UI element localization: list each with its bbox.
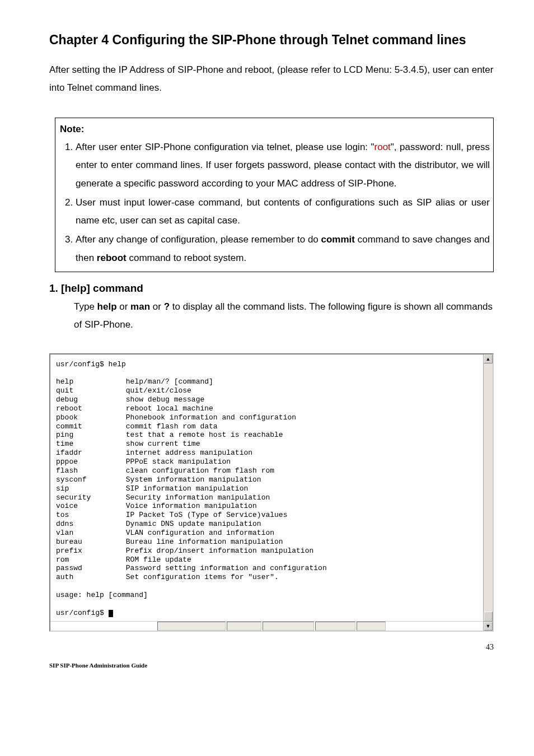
page-number: 43 [49, 643, 494, 652]
footer-text: SIP SIP-Phone Administration Guide [49, 662, 494, 669]
terminal-output: usr/config$ help help help/man/? [comman… [50, 354, 493, 621]
section-title: 1. [help] command [49, 282, 494, 295]
status-cell [357, 622, 386, 631]
note-item: User must input lower-case command, but … [76, 194, 491, 230]
scroll-thumb[interactable] [484, 612, 493, 622]
note-list: After user enter SIP-Phone configuration… [55, 138, 493, 272]
intro-paragraph: After setting the IP Address of SIP-Phon… [49, 61, 494, 97]
terminal-scrollbar[interactable]: ▲ ▼ [483, 354, 493, 631]
section-body: Type help or man or ? to display all the… [74, 298, 494, 334]
scroll-track[interactable] [484, 363, 493, 612]
status-cell [227, 622, 261, 631]
note-item: After user enter SIP-Phone configuration… [76, 138, 491, 193]
chapter-title: Chapter 4 Configuring the SIP-Phone thro… [49, 31, 494, 49]
scroll-down-button[interactable]: ▼ [484, 622, 493, 631]
status-cell [263, 622, 314, 631]
note-item: After any change of configuration, pleas… [76, 231, 491, 267]
page-container: Chapter 4 Configuring the SIP-Phone thro… [0, 0, 534, 682]
status-cell [315, 622, 355, 631]
note-box: Note: After user enter SIP-Phone configu… [55, 118, 494, 272]
terminal-window: usr/config$ help help help/man/? [comman… [49, 353, 494, 632]
terminal-status-bar [50, 621, 493, 631]
status-cell [157, 622, 226, 631]
terminal-cursor [109, 610, 113, 617]
scroll-up-button[interactable]: ▲ [484, 354, 493, 363]
note-title: Note: [55, 118, 493, 138]
